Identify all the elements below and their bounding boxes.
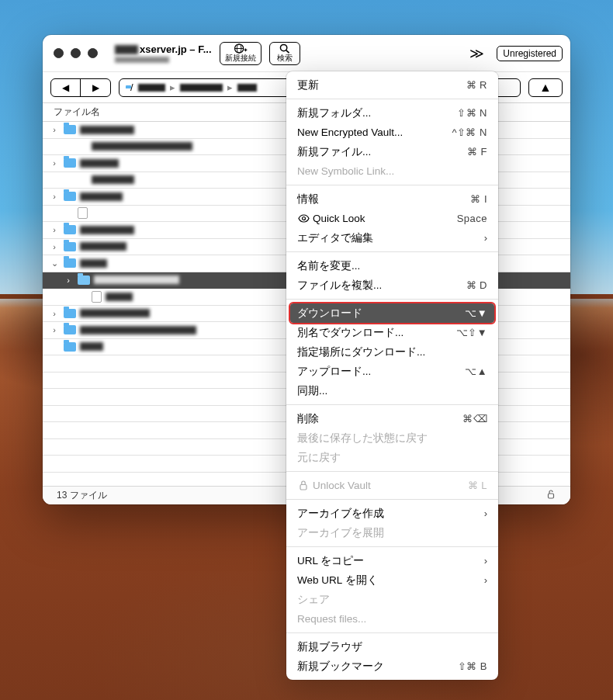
menu-item: Unlock Vault⌘ L — [286, 476, 498, 495]
menu-separator — [286, 404, 498, 405]
menu-item[interactable]: New Encrypted Vault...^⇧⌘ N — [286, 123, 498, 142]
minimize-button[interactable] — [71, 48, 81, 58]
menu-item-label: 同期... — [297, 384, 487, 398]
menu-item[interactable]: Quick LookSpace — [286, 209, 498, 228]
close-button[interactable] — [54, 48, 64, 58]
up-button[interactable]: ▲ — [528, 78, 563, 97]
disclosure-triangle[interactable]: › — [49, 309, 60, 318]
folder-icon — [64, 158, 76, 168]
submenu-arrow-icon: › — [484, 232, 487, 244]
unregistered-badge[interactable]: Unregistered — [497, 46, 563, 61]
new-connection-button[interactable]: 新規接続 — [220, 42, 261, 65]
menu-item[interactable]: 新規ファイル...⌘ F — [286, 142, 498, 161]
svg-rect-9 — [300, 485, 306, 490]
submenu-arrow-icon: › — [484, 508, 487, 519]
disclosure-triangle[interactable]: › — [49, 158, 60, 168]
menu-item[interactable]: 別名でダウンロード...⌥⇧▼ — [286, 323, 498, 342]
file-name — [80, 192, 123, 201]
window-title: xserver.jp – F... — [140, 43, 212, 55]
back-forward-buttons: ◀ ▶ — [50, 78, 111, 97]
menu-item-label: 指定場所にダウンロード... — [297, 345, 487, 359]
menu-item-label: 別名でダウンロード... — [297, 326, 456, 340]
menu-item: アーカイブを展開 — [286, 523, 498, 542]
back-button[interactable]: ◀ — [51, 79, 81, 96]
file-name — [80, 226, 134, 234]
menu-item-label: New Encrypted Vault... — [297, 126, 452, 138]
file-name — [80, 326, 196, 334]
search-button[interactable]: 検索 — [269, 42, 300, 65]
disclosure-triangle[interactable]: › — [49, 125, 60, 134]
toolbar-overflow-button[interactable]: ≫ — [465, 45, 489, 62]
menu-item: New Symbolic Link... — [286, 161, 498, 181]
zoom-button[interactable] — [88, 48, 98, 58]
menu-item-label: 新規ブックマーク — [297, 660, 458, 674]
file-name — [92, 142, 192, 151]
menu-item: シェア — [286, 590, 498, 609]
menu-item[interactable]: Web URL を開く› — [286, 570, 498, 590]
menu-item[interactable]: 新規ブックマーク⇧⌘ B — [286, 657, 498, 676]
menu-item-label: ファイルを複製... — [297, 279, 466, 293]
file-name — [80, 159, 119, 168]
file-name — [80, 259, 107, 268]
folder-icon — [64, 258, 76, 268]
menu-item-label: シェア — [297, 593, 487, 607]
menu-item-label: エディタで編集 — [297, 231, 484, 245]
file-icon — [78, 207, 88, 219]
folder-icon — [64, 125, 76, 134]
file-name — [80, 309, 150, 317]
forward-button[interactable]: ▶ — [81, 79, 110, 96]
menu-shortcut: ⌘ D — [466, 279, 488, 291]
menu-item[interactable]: エディタで編集› — [286, 228, 498, 248]
menu-item[interactable]: 同期... — [286, 381, 498, 400]
menu-item-label: Quick Look — [313, 213, 457, 224]
menu-item[interactable]: ダウンロード⌥▼ — [290, 303, 494, 323]
menu-separator — [286, 632, 498, 633]
folder-icon — [64, 242, 76, 251]
menu-item-label: アップロード... — [297, 365, 465, 379]
eye-icon — [297, 214, 310, 223]
menu-separator — [286, 185, 498, 185]
menu-item[interactable]: URL をコピー› — [286, 551, 498, 570]
disclosure-triangle[interactable]: › — [49, 242, 60, 251]
menu-item[interactable]: 新規フォルダ...⇧⌘ N — [286, 103, 498, 123]
menu-separator — [286, 251, 498, 252]
menu-item: 最後に保存した状態に戻す — [286, 428, 498, 448]
menu-item[interactable]: ファイルを複製...⌘ D — [286, 275, 498, 295]
file-name — [80, 126, 134, 134]
traffic-lights — [50, 48, 104, 58]
menu-item: Request files... — [286, 609, 498, 629]
svg-rect-7 — [549, 494, 554, 498]
menu-item-label: 削除 — [297, 412, 462, 426]
lock-icon — [297, 480, 310, 490]
disclosure-triangle[interactable]: › — [49, 325, 60, 334]
menu-item[interactable]: アップロード...⌥▲ — [286, 362, 498, 381]
menu-item[interactable]: 削除⌘⌫ — [286, 409, 498, 428]
menu-item-label: 元に戻す — [297, 451, 487, 465]
menu-item[interactable]: 新規ブラウザ — [286, 637, 498, 657]
lock-icon[interactable] — [545, 489, 556, 502]
menu-item-label: アーカイブを展開 — [297, 526, 487, 540]
status-count: 13 ファイル — [57, 489, 107, 502]
menu-shortcut: Space — [457, 213, 487, 224]
menu-shortcut: ⌥⇧▼ — [456, 327, 487, 338]
window-subtitle — [115, 57, 169, 63]
menu-item[interactable]: 名前を変更... — [286, 256, 498, 275]
folder-icon — [64, 342, 76, 352]
menu-separator — [286, 499, 498, 500]
menu-separator — [286, 99, 498, 99]
disclosure-triangle[interactable]: ⌄ — [49, 258, 60, 269]
menu-item-label: URL をコピー — [297, 554, 484, 568]
disclosure-triangle[interactable]: › — [63, 275, 74, 285]
menu-item[interactable]: 更新⌘ R — [286, 75, 498, 95]
menu-shortcut: ⌘ I — [470, 193, 487, 205]
menu-item[interactable]: 指定場所にダウンロード... — [286, 342, 498, 362]
disclosure-triangle[interactable]: › — [49, 192, 60, 201]
folder-icon — [64, 225, 76, 234]
menu-item[interactable]: アーカイブを作成› — [286, 504, 498, 523]
disclosure-triangle[interactable]: › — [49, 225, 60, 234]
menu-item-label: 新規ブラウザ — [297, 640, 487, 654]
file-name — [94, 275, 179, 284]
menu-item[interactable]: 情報⌘ I — [286, 189, 498, 209]
folder-icon — [64, 325, 76, 334]
menu-item-label: Unlock Vault — [313, 480, 468, 491]
